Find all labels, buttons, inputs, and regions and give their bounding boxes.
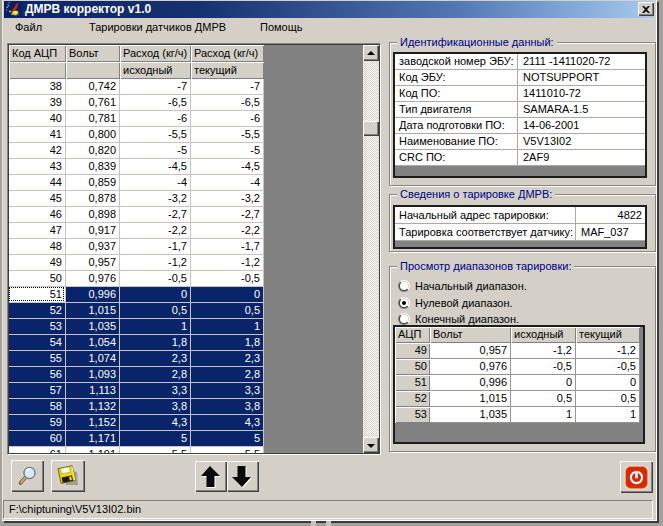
cell-flow-initial[interactable]: 3,8 <box>120 399 191 415</box>
cell-flow-current[interactable]: 0 <box>191 287 264 303</box>
cell-flow-current[interactable]: -3,2 <box>191 191 264 207</box>
table-row[interactable]: 581,1323,83,8 <box>9 399 264 415</box>
exit-button[interactable] <box>620 461 653 493</box>
table-row[interactable]: 420,820-5-5 <box>9 143 264 159</box>
cell-flow-current[interactable]: 2,3 <box>191 351 264 367</box>
cell-volt[interactable]: 0,917 <box>66 223 120 239</box>
table-row[interactable]: 541,0541,81,8 <box>9 335 264 351</box>
cell-volt[interactable]: 0,878 <box>66 191 120 207</box>
cell-adc[interactable]: 60 <box>9 431 66 447</box>
scroll-down-button[interactable] <box>363 437 379 453</box>
cell-flow-initial[interactable]: 2,3 <box>120 351 191 367</box>
table-row[interactable]: 571,1133,33,3 <box>9 383 264 399</box>
cell-adc[interactable]: 39 <box>9 95 66 111</box>
cell-adc[interactable]: 45 <box>9 191 66 207</box>
cell-flow-initial[interactable]: 5 <box>120 431 191 447</box>
cell-flow-initial[interactable]: 0,5 <box>120 303 191 319</box>
table-row[interactable]: 591,1524,34,3 <box>9 415 264 431</box>
cell-flow-current[interactable]: 1 <box>191 319 264 335</box>
table-row[interactable]: 400,781-6-6 <box>9 111 264 127</box>
cell-flow-current[interactable]: -5,5 <box>191 127 264 143</box>
cell-flow-initial[interactable]: -0,5 <box>120 271 191 287</box>
table-row[interactable]: 611,1915,55,5 <box>9 447 264 453</box>
cell-flow-initial[interactable]: 4,3 <box>120 415 191 431</box>
cell-adc[interactable]: 53 <box>9 319 66 335</box>
cell-adc[interactable]: 54 <box>9 335 66 351</box>
cell-flow-initial[interactable]: 1,8 <box>120 335 191 351</box>
cell-adc[interactable]: 41 <box>9 127 66 143</box>
radio-icon[interactable] <box>398 280 410 292</box>
menu-item-file[interactable]: Файл <box>15 19 42 37</box>
cell-flow-initial[interactable]: 3,3 <box>120 383 191 399</box>
cell-flow-initial[interactable]: 0 <box>120 287 191 303</box>
cell-flow-current[interactable]: -2,7 <box>191 207 264 223</box>
table-row[interactable]: 561,0932,82,8 <box>9 367 264 383</box>
cell-flow-current[interactable]: 4,3 <box>191 415 264 431</box>
cell-flow-current[interactable]: -6,5 <box>191 95 264 111</box>
cell-flow-current[interactable]: -1,7 <box>191 239 264 255</box>
cell-flow-initial[interactable]: -5 <box>120 143 191 159</box>
cell-flow-current[interactable]: 5 <box>191 431 264 447</box>
cell-flow-initial[interactable]: -6,5 <box>120 95 191 111</box>
table-row[interactable]: 480,937-1,7-1,7 <box>9 239 264 255</box>
table-row[interactable]: 450,878-3,2-3,2 <box>9 191 264 207</box>
cell-adc[interactable]: 44 <box>9 175 66 191</box>
cell-volt[interactable]: 0,742 <box>66 79 120 95</box>
cell-adc[interactable]: 46 <box>9 207 66 223</box>
cell-adc[interactable]: 43 <box>9 159 66 175</box>
cell-adc[interactable]: 61 <box>9 447 66 453</box>
cell-flow-initial[interactable]: -4,5 <box>120 159 191 175</box>
cell-volt[interactable]: 1,171 <box>66 431 120 447</box>
cell-volt[interactable]: 0,820 <box>66 143 120 159</box>
table-row[interactable]: 430,839-4,5-4,5 <box>9 159 264 175</box>
cell-adc[interactable]: 40 <box>9 111 66 127</box>
table-row[interactable]: 521,0150,50,5 <box>9 303 264 319</box>
cell-adc[interactable]: 48 <box>9 239 66 255</box>
cell-adc[interactable]: 52 <box>9 303 66 319</box>
title-bar[interactable]: ДМРВ корректор v1.0 <box>4 1 654 18</box>
close-button[interactable] <box>638 2 654 16</box>
cell-adc[interactable]: 50 <box>9 271 66 287</box>
table-row[interactable]: 380,742-7-7 <box>9 79 264 95</box>
cell-flow-current[interactable]: -2,2 <box>191 223 264 239</box>
cell-volt[interactable]: 1,113 <box>66 383 120 399</box>
cell-flow-initial[interactable]: 1 <box>120 319 191 335</box>
cell-adc[interactable]: 59 <box>9 415 66 431</box>
cell-volt[interactable]: 0,957 <box>66 255 120 271</box>
calibration-table[interactable]: Код АЦПВольтРасход (кг/ч)Расход (кг/ч)ис… <box>9 45 264 453</box>
cell-volt[interactable]: 1,015 <box>66 303 120 319</box>
cell-volt[interactable]: 1,093 <box>66 367 120 383</box>
vertical-scrollbar[interactable] <box>363 45 379 453</box>
cell-flow-initial[interactable]: -5,5 <box>120 127 191 143</box>
cell-volt[interactable]: 0,761 <box>66 95 120 111</box>
cell-flow-current[interactable]: -4 <box>191 175 264 191</box>
cell-flow-current[interactable]: 3,8 <box>191 399 264 415</box>
menu-item-calibrations[interactable]: Тарировки датчиков ДМРВ <box>89 19 226 37</box>
cell-volt[interactable]: 0,996 <box>66 287 120 303</box>
cell-flow-current[interactable]: 5,5 <box>191 447 264 453</box>
cell-adc[interactable]: 49 <box>9 255 66 271</box>
cell-flow-current[interactable]: 2,8 <box>191 367 264 383</box>
table-row[interactable]: 390,761-6,5-6,5 <box>9 95 264 111</box>
cell-volt[interactable]: 1,035 <box>66 319 120 335</box>
radio-label[interactable]: Нулевой диапазон. <box>415 297 513 310</box>
cell-adc[interactable]: 51 <box>9 287 66 303</box>
cell-volt[interactable]: 0,839 <box>66 159 120 175</box>
table-row[interactable]: 601,17155 <box>9 431 264 447</box>
scrollbar-thumb[interactable] <box>363 121 379 136</box>
cell-volt[interactable]: 1,191 <box>66 447 120 453</box>
cell-volt[interactable]: 0,781 <box>66 111 120 127</box>
cell-volt[interactable]: 1,132 <box>66 399 120 415</box>
table-row[interactable]: 510,99600 <box>9 287 264 303</box>
save-button[interactable] <box>51 460 85 492</box>
table-row[interactable]: 440,859-4-4 <box>9 175 264 191</box>
table-row[interactable]: 531,03511 <box>9 319 264 335</box>
cell-flow-initial[interactable]: -2,2 <box>120 223 191 239</box>
cell-flow-initial[interactable]: 2,8 <box>120 367 191 383</box>
cell-volt[interactable]: 0,937 <box>66 239 120 255</box>
cell-adc[interactable]: 47 <box>9 223 66 239</box>
cell-volt[interactable]: 1,152 <box>66 415 120 431</box>
cell-flow-current[interactable]: 3,3 <box>191 383 264 399</box>
cell-flow-initial[interactable]: 5,5 <box>120 447 191 453</box>
cell-flow-initial[interactable]: -4 <box>120 175 191 191</box>
